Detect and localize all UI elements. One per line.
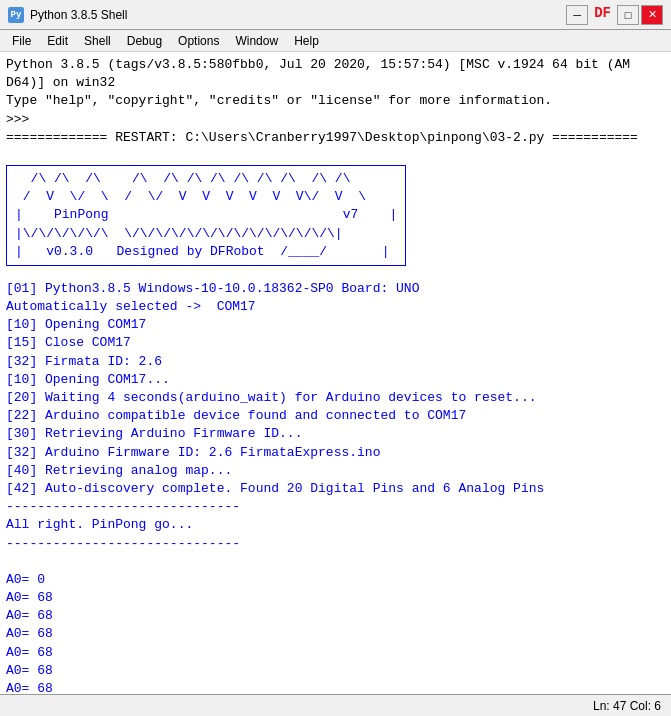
menu-help[interactable]: Help [286,32,327,50]
python-icon: Py [8,7,24,23]
menu-debug[interactable]: Debug [119,32,170,50]
maximize-button[interactable]: □ [617,5,639,25]
menu-options[interactable]: Options [170,32,227,50]
ascii-art-container: /\ /\ /\ /\ /\ /\ /\ /\ /\ /\ /\ /\ / V … [6,157,665,274]
title-bar: Py Python 3.8.5 Shell ─ DF □ ✕ [0,0,671,30]
minimize-button[interactable]: ─ [566,5,588,25]
shell-header: Python 3.8.5 (tags/v3.8.5:580fbb0, Jul 2… [6,56,665,129]
ascii-art-box: /\ /\ /\ /\ /\ /\ /\ /\ /\ /\ /\ /\ / V … [6,165,406,266]
menu-window[interactable]: Window [227,32,286,50]
menu-edit[interactable]: Edit [39,32,76,50]
menu-shell[interactable]: Shell [76,32,119,50]
window-title: Python 3.8.5 Shell [30,8,127,22]
menu-file[interactable]: File [4,32,39,50]
shell-output[interactable]: Python 3.8.5 (tags/v3.8.5:580fbb0, Jul 2… [0,52,671,694]
close-button[interactable]: ✕ [641,5,663,25]
shell-output-lines: [01] Python3.8.5 Windows-10-10.0.18362-S… [6,280,665,694]
status-bar: Ln: 47 Col: 6 [0,694,671,716]
ascii-art-content: /\ /\ /\ /\ /\ /\ /\ /\ /\ /\ /\ /\ / V … [15,170,397,261]
window-controls: ─ DF □ ✕ [566,5,663,25]
title-bar-left: Py Python 3.8.5 Shell [8,7,127,23]
df-label: DF [590,5,615,25]
menu-bar: File Edit Shell Debug Options Window Hel… [0,30,671,52]
cursor-position: Ln: 47 Col: 6 [593,699,661,713]
restart-line: ============= RESTART: C:\Users\Cranberr… [6,129,665,147]
